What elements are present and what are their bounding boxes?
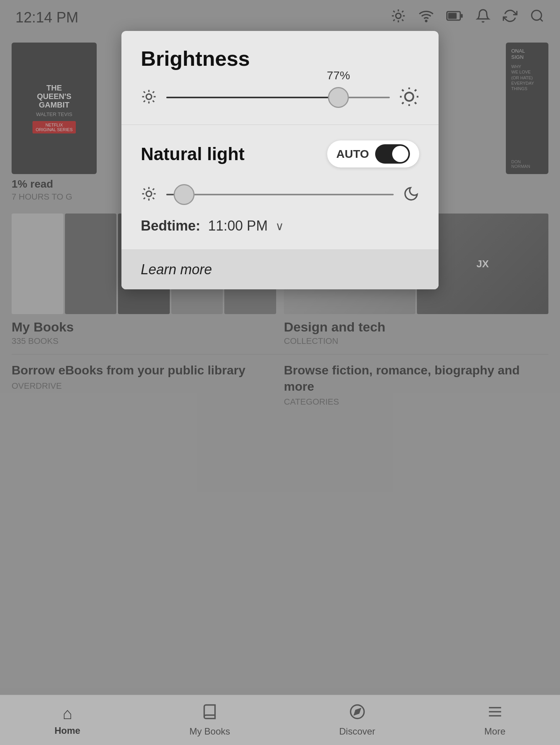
- svg-line-38: [143, 188, 145, 190]
- warmth-slider[interactable]: [166, 183, 394, 206]
- svg-line-22: [143, 101, 145, 102]
- bedtime-chevron-icon[interactable]: ∨: [275, 219, 284, 233]
- natural-light-toggle[interactable]: [375, 144, 410, 164]
- svg-line-40: [143, 198, 145, 199]
- learn-more-section: Learn more: [121, 250, 439, 289]
- svg-point-33: [146, 191, 152, 197]
- warmth-slider-row: [141, 183, 419, 206]
- natural-light-label: Natural light: [141, 144, 244, 164]
- natural-light-section: Natural light AUTO: [121, 125, 439, 250]
- svg-line-20: [143, 91, 145, 93]
- brightness-section: Brightness: [121, 31, 439, 125]
- auto-label: AUTO: [336, 147, 369, 161]
- brightness-popup: Brightness: [121, 31, 439, 289]
- brightness-title: Brightness: [141, 46, 419, 70]
- natural-light-row: Natural light AUTO: [141, 140, 419, 167]
- auto-toggle-wrapper[interactable]: AUTO: [327, 140, 419, 167]
- bedtime-time: 11:00 PM: [208, 218, 268, 234]
- svg-line-39: [153, 198, 154, 199]
- brightness-fill: [166, 97, 338, 98]
- learn-more-link[interactable]: Learn more: [141, 261, 212, 277]
- svg-line-41: [153, 188, 154, 190]
- warmth-sun-icon: [141, 186, 157, 203]
- sun-small-icon: [141, 89, 157, 106]
- svg-line-31: [402, 102, 404, 104]
- svg-line-21: [153, 101, 154, 102]
- brightness-slider[interactable]: 77%: [166, 86, 390, 109]
- sun-large-icon: [399, 87, 419, 108]
- svg-line-23: [153, 91, 154, 93]
- brightness-slider-row: 77%: [141, 86, 419, 109]
- bedtime-label: Bedtime:: [141, 218, 200, 234]
- svg-line-32: [415, 90, 416, 91]
- svg-line-30: [415, 102, 416, 104]
- svg-point-15: [146, 94, 152, 99]
- brightness-track: 77%: [166, 97, 390, 98]
- warmth-track: [166, 194, 394, 195]
- bedtime-row: Bedtime: 11:00 PM ∨: [141, 218, 419, 234]
- brightness-thumb[interactable]: 77%: [328, 87, 349, 108]
- moon-icon: [403, 186, 419, 203]
- svg-line-29: [402, 90, 404, 91]
- svg-point-24: [405, 92, 413, 101]
- toggle-thumb: [392, 146, 408, 162]
- brightness-percent: 77%: [327, 69, 350, 82]
- warmth-thumb[interactable]: [174, 184, 195, 205]
- popup-arrow: [272, 31, 288, 32]
